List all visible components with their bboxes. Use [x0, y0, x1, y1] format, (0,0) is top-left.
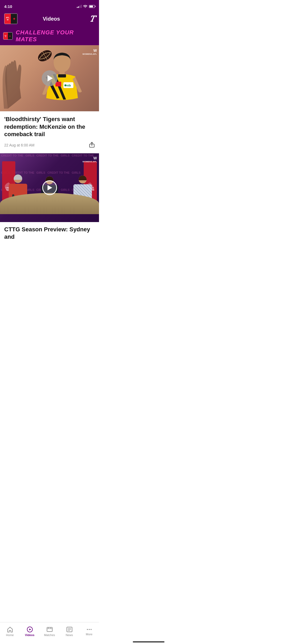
article-1: 'Bloodthirsty' Tigers want redemption: M…: [0, 111, 99, 153]
share-button-1[interactable]: [89, 141, 95, 149]
hands-silhouette: [3, 50, 29, 109]
article-1-date: 22 Aug at 6:00 AM: [4, 143, 34, 147]
play-icon-2: [48, 185, 52, 190]
challenge-banner[interactable]: AFLW ✦ CHALLENGE YOUR MATES: [0, 27, 99, 45]
status-time: 4:10: [4, 4, 12, 9]
banner-text: CHALLENGE YOUR MATES: [16, 29, 96, 43]
svg-rect-3: [58, 74, 66, 77]
video-2-bg: CREDIT TO THE GIRLS CREDIT TO THE GIRLS …: [0, 153, 99, 222]
page-title: Videos: [17, 16, 85, 22]
svg-rect-6: [55, 82, 61, 86]
status-icons: [77, 4, 95, 8]
signal-icon: [77, 5, 82, 8]
afl-logo: AFLW ✦: [4, 14, 17, 24]
play-icon-1: [48, 75, 53, 81]
studio-table: [0, 193, 99, 214]
wifi-icon: [83, 4, 87, 8]
header: AFLW ✦ Videos 𝑇: [0, 12, 99, 27]
article-2-title[interactable]: CTTG Season Preview: Sydney and: [4, 226, 95, 241]
article-1-meta: 22 Aug at 6:00 AM: [4, 141, 95, 153]
status-bar: 4:10: [0, 0, 99, 12]
article-1-title[interactable]: 'Bloodthirsty' Tigers want redemption: M…: [4, 116, 95, 138]
telstra-logo: 𝑇: [85, 14, 95, 24]
banner-logo: AFLW ✦: [3, 32, 13, 40]
video-1[interactable]: ✱nib W WOMENS.AFL: [0, 45, 99, 111]
video-2[interactable]: CREDIT TO THE GIRLS CREDIT TO THE GIRLS …: [0, 153, 99, 222]
svg-text:✱nib: ✱nib: [64, 84, 71, 87]
article-2-partial: CTTG Season Preview: Sydney and: [0, 222, 99, 243]
watermark-2: W WOMENS.AFL: [82, 156, 97, 163]
watermark-1: W WOMENS.AFL: [82, 48, 97, 55]
play-button-1[interactable]: [42, 70, 58, 86]
battery-icon: [89, 5, 95, 8]
play-button-2[interactable]: [42, 180, 57, 195]
